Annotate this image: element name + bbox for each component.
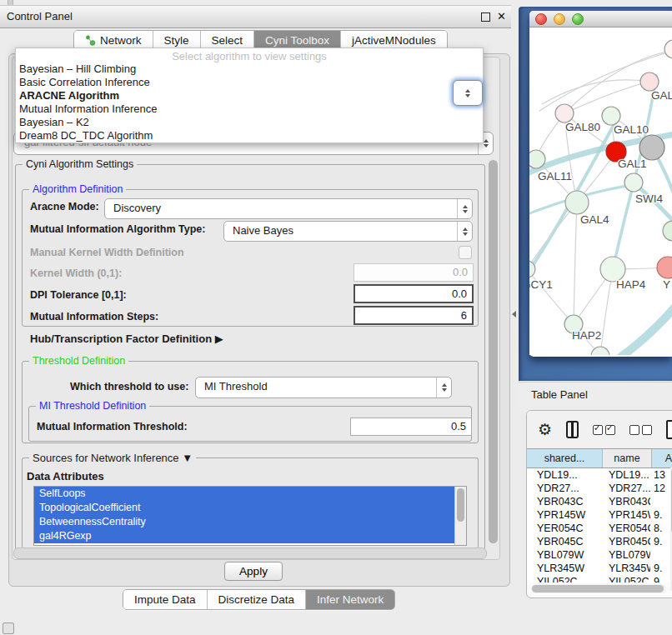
network-node-gal80[interactable] (555, 104, 574, 122)
algorithm-dropdown-popup: Select algorithm to view settings Bayesi… (15, 48, 484, 143)
data-attributes-list[interactable]: SelfLoopsTopologicalCoefficientBetweenne… (33, 486, 467, 546)
network-node-node-gray[interactable] (639, 135, 664, 160)
table-row[interactable]: YDL19...YDL19...13 (527, 468, 672, 482)
table-cell: YBR045C (527, 535, 602, 548)
mi-threshold-field[interactable]: 0.5 (350, 418, 472, 436)
aracne-mode-combo[interactable]: Discovery (104, 198, 473, 219)
network-tab-icon (85, 35, 96, 46)
bottom-tab-impute-data[interactable]: Impute Data (123, 590, 208, 609)
table-row[interactable]: YIL052CYIL052C9. (527, 575, 672, 582)
data-attributes-label: Data Attributes (27, 470, 104, 482)
network-edge (529, 269, 574, 324)
aracne-mode-label: Aracne Mode: (30, 201, 99, 212)
network-node-gal10[interactable] (602, 107, 620, 125)
select-all-icon[interactable]: ✓✓ (593, 425, 615, 435)
algorithm-option-bayesian-hill-climbing[interactable]: Bayesian – Hill Climbing (16, 62, 483, 76)
table-row[interactable]: YLR345WYLR345W9. (527, 562, 672, 575)
kernel-width-field[interactable]: 0.0 (354, 263, 474, 282)
bottom-tab-discretize-data[interactable]: Discretize Data (208, 590, 307, 609)
node-label-gal1: GAL1 (618, 158, 647, 170)
gear-icon[interactable]: ⚙ (538, 422, 552, 438)
app-root: Control Panel ✕ NetworkStyleSelectCyni T… (0, 0, 672, 635)
combo-stepper-icon (457, 222, 472, 241)
network-view-window[interactable]: GAL7GAL80GAL10GAL1GAL11SWI4GAL4GCY1HAP4Y… (529, 11, 672, 357)
table-cell: YDL19... (602, 468, 650, 482)
algorithm-option-dream8-dc-tdc-algorithm[interactable]: Dream8 DC_TDC Algorithm (16, 129, 483, 142)
manual-kernel-checkbox[interactable] (459, 246, 472, 259)
table-cell: YER054C (527, 522, 602, 535)
network-canvas[interactable]: GAL7GAL80GAL10GAL1GAL11SWI4GAL4GCY1HAP4Y… (529, 28, 672, 355)
mi-type-combo[interactable]: Naive Bayes (223, 221, 473, 242)
attribute-item-selfloops[interactable]: SelfLoops (34, 487, 466, 501)
table-row[interactable]: YBL079WYBL079W (527, 548, 672, 562)
algorithm-option-mutual-information-inference[interactable]: Mutual Information Inference (16, 102, 483, 116)
table-panel: ⚙ ✓✓ shared...nameA YDL19...YDL19...13YD… (526, 410, 672, 598)
close-icon[interactable]: ✕ (497, 9, 506, 24)
algorithm-option-aracne-algorithm[interactable]: ARACNE Algorithm (16, 89, 483, 102)
table-cell: YIL052C (527, 575, 602, 582)
panel-divider-handle[interactable] (512, 311, 516, 318)
bottom-tab-infer-network[interactable]: Infer Network (306, 590, 394, 609)
algorithm-definition-title: Algorithm Definition (29, 183, 126, 195)
close-button-icon[interactable] (535, 13, 547, 25)
document-icon[interactable] (666, 420, 672, 439)
table-cell: YLR345W (602, 562, 650, 575)
table-row[interactable]: YBR043CYBR043C (527, 495, 672, 508)
node-label-gcy1: GCY1 (529, 278, 553, 291)
settings-hscrollbar[interactable] (13, 548, 487, 559)
tab-label: Cyni Toolbox (265, 34, 329, 47)
network-node-node-salmon[interactable] (657, 257, 672, 278)
settings-vscrollbar[interactable] (487, 158, 499, 549)
table-row[interactable]: YBR045CYBR045C9. (527, 535, 672, 548)
apply-button[interactable]: Apply (224, 562, 283, 581)
which-threshold-combo[interactable]: MI Threshold (195, 377, 452, 398)
minimize-button-icon[interactable] (554, 13, 565, 25)
deselect-all-icon[interactable] (629, 425, 652, 435)
hub-definition-toggle[interactable]: Hub/Transcription Factor Definition ▶ (30, 332, 223, 345)
table-cell: YBR043C (527, 495, 602, 508)
float-icon[interactable] (481, 12, 490, 22)
mi-steps-field[interactable]: 6 (354, 306, 474, 325)
sources-title[interactable]: Sources for Network Inference ▼ (29, 452, 196, 464)
table-cell: 9. (650, 575, 672, 582)
network-edge (600, 269, 613, 355)
network-node-node-topright[interactable] (664, 40, 672, 58)
table-cell: YPR145W (602, 508, 650, 522)
combo-stepper-icon (457, 199, 472, 218)
manual-kernel-label: Manual Kernel Width Definition (30, 247, 184, 258)
table-row[interactable]: YDR27...YDR27...12 (527, 482, 672, 495)
table-cell: YDL19... (527, 468, 602, 482)
collapsed-panel-icon[interactable] (3, 622, 14, 634)
table-row[interactable]: YPR145WYPR145W9. (527, 508, 672, 522)
table-cell: YBR043C (602, 495, 650, 508)
algorithm-placeholder: Select algorithm to view settings (16, 50, 483, 62)
attribute-item-betweennesscentrality[interactable]: BetweennessCentrality (34, 515, 466, 529)
tab-label: Network (100, 34, 142, 47)
table-row[interactable]: YER054CYER054C8. (527, 522, 672, 535)
network-node-gal11[interactable] (529, 150, 545, 168)
list-scrollbar[interactable] (454, 487, 466, 545)
column-header-a[interactable]: A (652, 449, 672, 468)
column-header-shared[interactable]: shared... (527, 449, 603, 468)
zoom-button-icon[interactable] (572, 13, 584, 25)
table-hscrollbar[interactable] (531, 584, 666, 593)
network-node-swi4[interactable] (624, 173, 643, 192)
node-label-gal4: GAL4 (580, 213, 609, 226)
table-cell: 8. (650, 522, 672, 535)
columns-icon[interactable] (566, 421, 579, 438)
attribute-item-gal4rgexp[interactable]: gal4RGexp (34, 529, 466, 543)
network-node-node-right-green[interactable] (663, 221, 672, 241)
network-node-gal7[interactable] (640, 72, 659, 91)
algorithm-option-basic-correlation-inference[interactable]: Basic Correlation Inference (16, 76, 483, 89)
algorithm-option-bayesian-k2[interactable]: Bayesian – K2 (16, 116, 483, 129)
algorithm-combo-button[interactable] (453, 80, 483, 106)
network-edge (542, 80, 649, 104)
table-toolbar: ⚙ ✓✓ (527, 411, 672, 448)
table-cell: 9. (650, 535, 672, 548)
network-node-gal4[interactable] (565, 191, 589, 214)
tab-label: Impute Data (134, 593, 196, 606)
tab-label: Select (212, 34, 243, 47)
attribute-item-topologicalcoefficient[interactable]: TopologicalCoefficient (34, 501, 466, 515)
column-header-name[interactable]: name (603, 449, 652, 468)
dpi-tolerance-field[interactable]: 0.0 (354, 284, 474, 303)
